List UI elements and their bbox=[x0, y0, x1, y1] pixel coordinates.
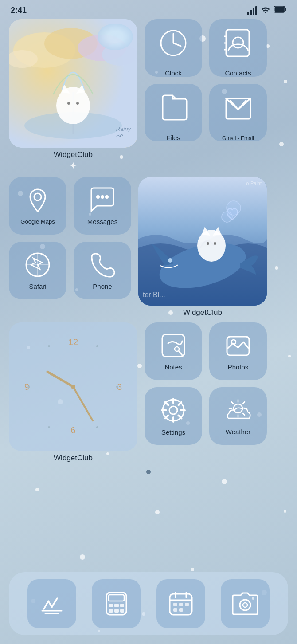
svg-point-47 bbox=[169, 406, 177, 414]
maps-icon bbox=[26, 187, 50, 216]
messages-app-icon[interactable]: Messages bbox=[74, 177, 131, 235]
svg-point-38 bbox=[214, 242, 216, 245]
weather-icon bbox=[224, 397, 253, 425]
svg-line-43 bbox=[179, 351, 182, 355]
contacts-icon bbox=[224, 19, 253, 67]
widgetclub-widget-2[interactable]: ter Bl... o-Paint WidgetClub bbox=[138, 177, 267, 317]
notes-icon bbox=[160, 332, 187, 361]
svg-rect-61 bbox=[114, 604, 119, 607]
svg-rect-71 bbox=[179, 603, 183, 606]
widgetclub-label-3: WidgetClub bbox=[9, 454, 137, 463]
minute-hand bbox=[72, 386, 94, 422]
svg-line-18 bbox=[173, 43, 181, 46]
rainy-text: RainySe... bbox=[116, 126, 131, 139]
clock-icon bbox=[158, 19, 189, 67]
gmail-label: Gmail - Email bbox=[222, 135, 254, 141]
svg-line-55 bbox=[243, 402, 245, 404]
calculator-icon bbox=[104, 590, 129, 617]
svg-point-14 bbox=[67, 102, 70, 105]
status-bar: 2:41 bbox=[0, 0, 297, 19]
page-indicator bbox=[9, 470, 288, 474]
status-right bbox=[247, 5, 286, 16]
svg-rect-62 bbox=[120, 604, 124, 607]
top-right-icons-row: Clock Contacts bbox=[145, 19, 288, 77]
files-label: Files bbox=[166, 134, 180, 141]
dolphin-scene: ter Bl... o-Paint bbox=[138, 177, 267, 306]
svg-rect-70 bbox=[173, 603, 177, 606]
svg-point-25 bbox=[96, 195, 100, 199]
svg-point-76 bbox=[243, 603, 247, 607]
page-dot-active bbox=[146, 470, 151, 474]
google-maps-app-icon[interactable]: Google Maps bbox=[9, 177, 66, 235]
widgetclub-clock-widget[interactable]: 12 3 6 9 WidgetClub bbox=[9, 322, 137, 463]
svg-point-27 bbox=[105, 195, 109, 199]
svg-point-7 bbox=[102, 43, 137, 66]
messages-label: Messages bbox=[87, 218, 117, 225]
svg-rect-1 bbox=[275, 7, 284, 12]
svg-rect-63 bbox=[109, 609, 113, 613]
app-store-dock-icon[interactable] bbox=[27, 579, 76, 628]
battery-icon bbox=[274, 6, 286, 15]
star-icon: ✦ bbox=[9, 160, 137, 172]
widgetclub-widget-1[interactable]: RainySe... WidgetClub ✦ bbox=[9, 19, 137, 172]
notes-label: Notes bbox=[164, 363, 182, 371]
svg-point-11 bbox=[56, 87, 90, 124]
settings-label: Settings bbox=[161, 428, 185, 436]
calendar-icon bbox=[168, 590, 194, 617]
svg-point-40 bbox=[227, 201, 241, 215]
photos-label: Photos bbox=[228, 363, 249, 371]
clock-num-12: 12 bbox=[68, 337, 78, 347]
settings-icon bbox=[160, 397, 187, 426]
safari-app-icon[interactable]: Safari bbox=[9, 242, 66, 299]
svg-point-26 bbox=[101, 195, 104, 199]
gmail-icon bbox=[224, 84, 253, 133]
row1: RainySe... WidgetClub ✦ Clock bbox=[9, 19, 288, 172]
phone-app-icon[interactable]: Phone bbox=[74, 242, 131, 299]
camera-icon bbox=[232, 592, 258, 616]
messages-icon bbox=[89, 187, 116, 215]
svg-rect-2 bbox=[285, 8, 286, 11]
dock bbox=[9, 572, 288, 635]
row3: 12 3 6 9 WidgetClub bbox=[9, 322, 288, 463]
clock-center bbox=[71, 385, 75, 389]
clock-face: 12 3 6 9 bbox=[20, 334, 126, 440]
photos-app-icon[interactable]: Photos bbox=[209, 322, 267, 380]
maps-label: Google Maps bbox=[20, 218, 55, 225]
dolphin-widget-text: ter Bl... bbox=[143, 291, 165, 299]
contacts-app-icon[interactable]: Contacts bbox=[209, 19, 267, 77]
svg-rect-60 bbox=[109, 604, 113, 607]
widgetclub-label-2: WidgetClub bbox=[138, 308, 267, 317]
home-screen: RainySe... WidgetClub ✦ Clock bbox=[0, 19, 297, 474]
camera-dock-icon[interactable] bbox=[221, 579, 270, 628]
bottom-right-icons-row: Files Gmail - Email bbox=[145, 84, 288, 141]
photos-icon bbox=[225, 332, 251, 361]
svg-rect-65 bbox=[120, 609, 124, 613]
gmail-app-icon[interactable]: Gmail - Email bbox=[209, 84, 267, 141]
dolphin-widget-toptext: o-Paint bbox=[246, 181, 262, 186]
clock-label: Clock bbox=[165, 69, 182, 77]
files-app-icon[interactable]: Files bbox=[145, 84, 202, 141]
notes-app-icon[interactable]: Notes bbox=[145, 322, 202, 380]
calculator-dock-icon[interactable] bbox=[92, 579, 141, 628]
safari-icon bbox=[24, 251, 51, 280]
svg-rect-72 bbox=[185, 603, 189, 606]
svg-point-24 bbox=[34, 193, 41, 200]
svg-point-15 bbox=[76, 102, 79, 105]
clock-num-6: 6 bbox=[70, 425, 75, 436]
settings-app-icon[interactable]: Settings bbox=[145, 387, 202, 445]
svg-point-34 bbox=[197, 230, 226, 262]
widgetclub-label-1: WidgetClub bbox=[9, 150, 137, 159]
svg-line-54 bbox=[243, 413, 245, 415]
svg-point-75 bbox=[240, 600, 250, 610]
calendar-dock-icon[interactable] bbox=[156, 579, 205, 628]
safari-label: Safari bbox=[29, 283, 46, 290]
svg-point-77 bbox=[252, 597, 254, 600]
weather-app-icon[interactable]: Weather bbox=[209, 387, 267, 445]
right-grid-2x2: Notes Photos bbox=[145, 322, 267, 445]
status-time: 2:41 bbox=[11, 6, 27, 15]
app-store-icon bbox=[39, 590, 65, 617]
svg-rect-64 bbox=[114, 609, 119, 613]
phone-icon bbox=[90, 251, 115, 280]
clock-app-icon[interactable]: Clock bbox=[145, 19, 202, 77]
hour-hand bbox=[46, 370, 74, 388]
